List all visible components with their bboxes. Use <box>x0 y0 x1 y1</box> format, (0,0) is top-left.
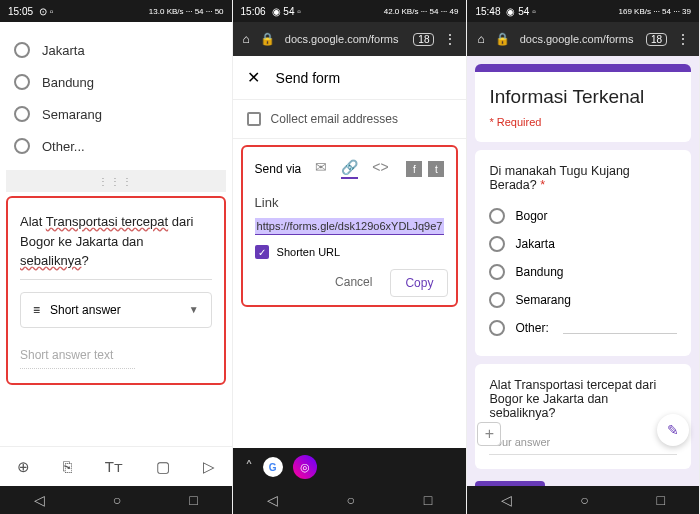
recent-icon[interactable]: □ <box>424 492 432 508</box>
option-other[interactable]: Other... <box>14 130 218 162</box>
notif-icon: ◉ 54 ▫ <box>506 6 535 17</box>
recent-icon[interactable]: □ <box>189 492 197 508</box>
panel-live-form: 15:48◉ 54 ▫ 169 KB/s ··· 54 ··· 39 ⌂ 🔒 d… <box>467 0 700 514</box>
close-icon[interactable]: ✕ <box>247 68 260 87</box>
form-content: Informasi Terkenal * Required Di manakah… <box>467 56 699 486</box>
lock-icon: 🔒 <box>495 32 510 46</box>
question-1: Di manakah Tugu Kujang Berada? * Bogor J… <box>475 150 691 356</box>
question-card[interactable]: Alat Transportasi tercepat dari Bogor ke… <box>6 196 226 385</box>
facebook-icon[interactable]: f <box>406 161 422 177</box>
answer-type-dropdown[interactable]: ≡Short answer ▼ <box>20 292 212 328</box>
send-title: Send form <box>276 70 341 86</box>
other-input[interactable] <box>563 322 677 334</box>
q2-text: Alat Transportasi tercepat dari Bogor ke… <box>489 378 677 420</box>
option-semarang[interactable]: Semarang <box>14 98 218 130</box>
notif-icon: ⊙ ▫ <box>39 6 53 17</box>
radio-icon <box>489 208 505 224</box>
short-answer-icon: ≡ <box>33 303 40 317</box>
shorten-row[interactable]: ✓ Shorten URL <box>251 241 449 269</box>
drag-handle[interactable]: ⋮⋮⋮ <box>6 170 226 192</box>
video-icon[interactable]: ▷ <box>203 458 215 476</box>
status-right: 42.0 KB/s ··· 54 ··· 49 <box>384 7 459 16</box>
time: 15:06 <box>241 6 266 17</box>
drag-icon: ⋮⋮⋮ <box>98 176 134 187</box>
menu-icon[interactable]: ⋮ <box>444 32 456 46</box>
form-title: Informasi Terkenal <box>489 86 677 108</box>
time: 15:48 <box>475 6 500 17</box>
home-icon[interactable]: ⌂ <box>243 32 250 46</box>
copy-button[interactable]: Copy <box>390 269 448 297</box>
browser-bottom: ˄ G ◎ <box>233 448 467 486</box>
instagram-icon[interactable]: ◎ <box>293 455 317 479</box>
answer-placeholder: Short answer text <box>20 342 135 369</box>
tab-count[interactable]: 18 <box>413 33 434 46</box>
nav-bar: ◁○□ <box>233 486 467 514</box>
q1-opt-bandung[interactable]: Bandung <box>489 258 677 286</box>
q1-opt-other[interactable]: Other: <box>489 314 677 342</box>
address-bar: ⌂ 🔒 docs.google.com/forms 18 ⋮ <box>467 22 699 56</box>
nav-bar: ◁○□ <box>0 486 232 514</box>
time: 15:05 <box>8 6 33 17</box>
radio-icon <box>14 106 30 122</box>
status-right: 169 KB/s ··· 54 ··· 39 <box>619 7 692 16</box>
question-title[interactable]: Alat Transportasi tercepat dari Bogor ke… <box>20 212 212 280</box>
chevron-up-icon[interactable]: ˄ <box>245 458 253 477</box>
q1-opt-semarang[interactable]: Semarang <box>489 286 677 314</box>
edit-fab[interactable]: ✎ <box>657 414 689 446</box>
url-text[interactable]: docs.google.com/forms <box>520 33 636 45</box>
link-icon[interactable]: 🔗 <box>341 159 358 179</box>
radio-icon <box>489 236 505 252</box>
send-via-label: Send via <box>255 162 302 176</box>
add-icon[interactable]: ⊕ <box>17 458 30 476</box>
status-bar: 15:05⊙ ▫ 13.0 KB/s ··· 54 ··· 50 <box>0 0 232 22</box>
radio-icon <box>14 138 30 154</box>
form-header: Informasi Terkenal * Required <box>475 64 691 142</box>
option-jakarta[interactable]: Jakarta <box>14 34 218 66</box>
link-url[interactable]: https://forms.gle/dsk129o6xYDLJq9e7 <box>255 218 445 235</box>
option-bandung[interactable]: Bandung <box>14 66 218 98</box>
send-content: ✕ Send form Collect email addresses Send… <box>233 56 467 486</box>
recent-icon[interactable]: □ <box>657 492 665 508</box>
chevron-down-icon: ▼ <box>189 304 199 315</box>
radio-icon <box>14 42 30 58</box>
notif-icon: ◉ 54 ▫ <box>272 6 301 17</box>
image-icon[interactable]: ▢ <box>156 458 170 476</box>
mail-icon[interactable]: ✉ <box>315 159 327 179</box>
tab-count[interactable]: 18 <box>646 33 667 46</box>
nav-bar: ◁○□ <box>467 486 699 514</box>
editor-content: Jakarta Bandung Semarang Other... ⋮⋮⋮ Al… <box>0 22 232 486</box>
home-icon[interactable]: ○ <box>113 492 121 508</box>
back-icon[interactable]: ◁ <box>501 492 512 508</box>
answer-input[interactable]: Your answer <box>489 430 677 455</box>
q1-opt-bogor[interactable]: Bogor <box>489 202 677 230</box>
checkbox-checked-icon[interactable]: ✓ <box>255 245 269 259</box>
embed-icon[interactable]: <> <box>372 159 388 179</box>
home-icon[interactable]: ○ <box>347 492 355 508</box>
status-right: 13.0 KB/s ··· 54 ··· 50 <box>149 7 224 16</box>
back-icon[interactable]: ◁ <box>34 492 45 508</box>
text-icon[interactable]: Tᴛ <box>105 458 123 476</box>
back-icon[interactable]: ◁ <box>267 492 278 508</box>
link-label: Link <box>251 189 449 216</box>
radio-icon <box>489 320 505 336</box>
toolbar: ⊕ ⎘ Tᴛ ▢ ▷ <box>0 446 232 486</box>
url-text[interactable]: docs.google.com/forms <box>285 33 404 45</box>
menu-icon[interactable]: ⋮ <box>677 32 689 46</box>
add-button[interactable]: + <box>477 422 501 446</box>
cancel-button[interactable]: Cancel <box>325 269 382 297</box>
status-bar: 15:48◉ 54 ▫ 169 KB/s ··· 54 ··· 39 <box>467 0 699 22</box>
submit-button[interactable]: Submit <box>475 481 544 486</box>
twitter-icon[interactable]: t <box>428 161 444 177</box>
lock-icon: 🔒 <box>260 32 275 46</box>
google-icon[interactable]: G <box>263 457 283 477</box>
checkbox-icon[interactable] <box>247 112 261 126</box>
send-link-box: Send via ✉ 🔗 <> f t Link https://forms.g… <box>241 145 459 307</box>
collect-row[interactable]: Collect email addresses <box>233 100 467 139</box>
dialog-buttons: Cancel Copy <box>251 269 449 297</box>
send-via-row: Send via ✉ 🔗 <> f t <box>251 157 449 189</box>
home-icon[interactable]: ⌂ <box>477 32 484 46</box>
home-icon[interactable]: ○ <box>580 492 588 508</box>
required-label: * Required <box>489 116 677 128</box>
q1-opt-jakarta[interactable]: Jakarta <box>489 230 677 258</box>
import-icon[interactable]: ⎘ <box>63 458 72 475</box>
